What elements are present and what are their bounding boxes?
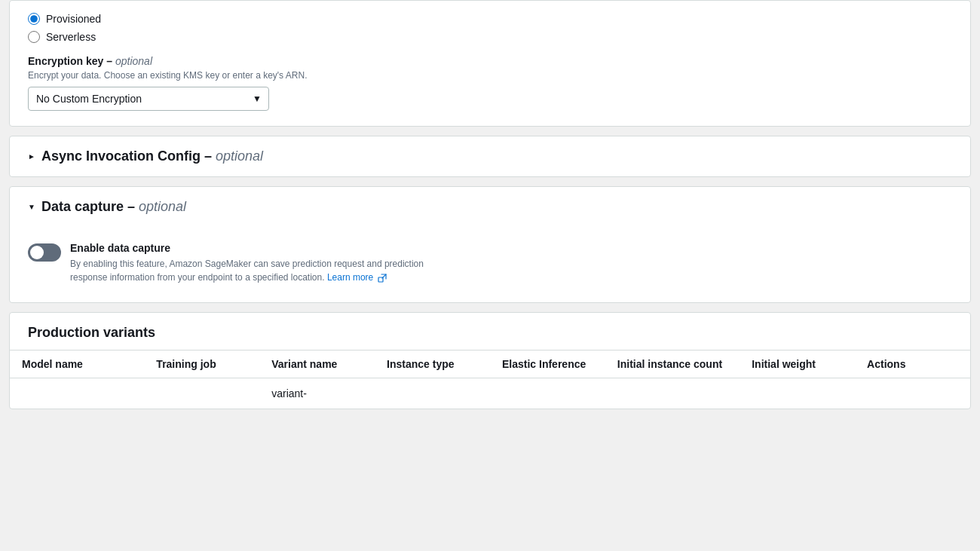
col-header-elastic-inference: Elastic Inference [490,350,605,378]
enable-data-capture-label-group: Enable data capture By enabling this fea… [70,242,447,284]
cell-initial-weight [740,378,855,409]
encryption-key-select[interactable]: No Custom Encryption [28,87,269,111]
compute-type-radio-group: Provisioned Serverless [28,13,952,43]
variants-table-body: variant- [10,378,970,409]
provisioned-radio-item[interactable]: Provisioned [28,13,952,25]
enable-data-capture-title: Enable data capture [70,242,447,254]
production-variants-table: Model name Training job Variant name Ins… [10,350,970,409]
cell-model-name [10,378,144,409]
col-header-initial-weight: Initial weight [740,350,855,378]
encryption-key-description: Encrypt your data. Choose an existing KM… [28,70,952,81]
cell-training-job [144,378,259,409]
cell-variant-name: variant- [259,378,375,409]
provisioned-label: Provisioned [46,13,101,25]
production-variants-card: Production variants Model name Training … [9,312,971,409]
col-header-actions: Actions [855,350,970,378]
cell-instance-type [375,378,490,409]
toggle-slider [28,243,61,262]
data-capture-arrow-icon: ▼ [28,203,35,211]
variants-table-header-row: Model name Training job Variant name Ins… [10,350,970,378]
col-header-initial-instance-count: Initial instance count [605,350,740,378]
learn-more-link[interactable]: Learn more [327,272,387,283]
variants-table-head: Model name Training job Variant name Ins… [10,350,970,378]
col-header-variant-name: Variant name [259,350,375,378]
cell-actions [855,378,970,409]
provisioned-radio[interactable] [28,13,40,25]
serverless-radio[interactable] [28,31,40,43]
col-header-model-name: Model name [10,350,144,378]
col-header-instance-type: Instance type [375,350,490,378]
table-row: variant- [10,378,970,409]
enable-data-capture-toggle[interactable] [28,243,61,262]
data-capture-content: Enable data capture By enabling this fea… [10,227,970,302]
production-variants-title: Production variants [28,325,155,340]
encryption-key-select-wrapper: No Custom Encryption ▼ [28,87,269,111]
enable-data-capture-description: By enabling this feature, Amazon SageMak… [70,257,447,284]
cell-initial-instance-count [605,378,740,409]
data-capture-title: Data capture – optional [41,199,186,215]
external-link-icon [378,274,387,283]
encryption-card: Provisioned Serverless Encryption key – … [9,0,971,127]
async-invocation-header[interactable]: ► Async Invocation Config – optional [10,136,970,176]
cell-elastic-inference [490,378,605,409]
data-capture-card: ▼ Data capture – optional Enable data ca… [9,186,971,303]
async-section-arrow-icon: ► [28,152,35,161]
col-header-training-job: Training job [144,350,259,378]
async-section-title: Async Invocation Config – optional [41,148,263,164]
serverless-radio-item[interactable]: Serverless [28,31,952,43]
serverless-label: Serverless [46,31,96,43]
page-wrapper: Provisioned Serverless Encryption key – … [0,0,980,551]
production-variants-header: Production variants [10,313,970,350]
data-capture-header[interactable]: ▼ Data capture – optional [10,187,970,227]
enable-data-capture-row: Enable data capture By enabling this fea… [28,242,952,284]
encryption-key-label: Encryption key – optional [28,55,952,67]
async-invocation-card: ► Async Invocation Config – optional [9,136,971,177]
